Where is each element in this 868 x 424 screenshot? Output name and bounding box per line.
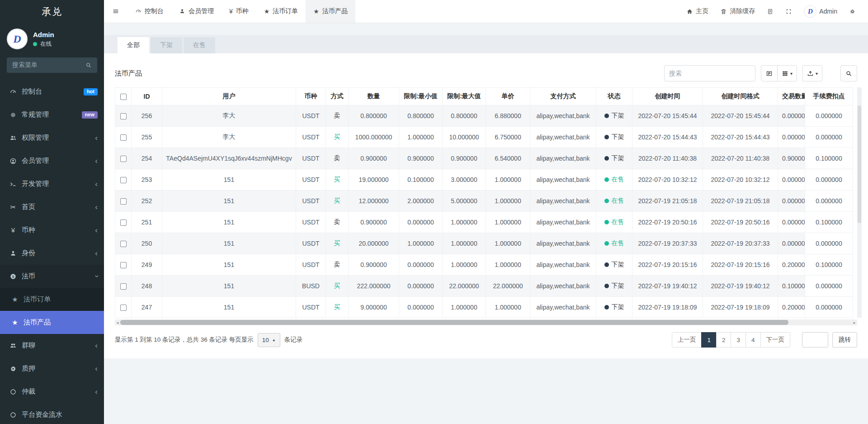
column-header[interactable]: 交易数量 bbox=[778, 88, 805, 105]
cell-user: 151 bbox=[162, 191, 296, 212]
jump-button[interactable]: 跳转 bbox=[832, 332, 857, 348]
user-menu[interactable]: D Admin bbox=[798, 0, 843, 23]
next-page-button[interactable]: 下一页 bbox=[760, 332, 791, 348]
table-row: 247151USDT买9.0000000.0000001.0000001.000… bbox=[115, 297, 853, 318]
status-badge: 在售 bbox=[612, 176, 624, 183]
settings-button[interactable] bbox=[843, 0, 862, 23]
column-header[interactable]: 限制:最大值 bbox=[443, 88, 486, 105]
page-size-select[interactable]: 10 ▲ bbox=[258, 333, 280, 347]
menu-toggle-icon[interactable] bbox=[104, 0, 127, 23]
sidebar-item-法币订单[interactable]: ★法币订单 bbox=[0, 288, 104, 311]
filter-tab-在售[interactable]: 在售 bbox=[184, 37, 215, 53]
pagination-info-prefix: 显示第 1 到第 10 条记录，总共 36 条记录 每页显示 bbox=[115, 336, 254, 344]
chevron-down-icon: ‹ bbox=[93, 275, 100, 278]
home-link[interactable]: 主页 bbox=[680, 0, 714, 23]
sidebar-item-会员管理[interactable]: 会员管理‹ bbox=[0, 149, 104, 172]
row-checkbox[interactable] bbox=[120, 177, 127, 183]
clear-cache-link[interactable]: 清除缓存 bbox=[714, 0, 761, 23]
doc-button[interactable] bbox=[761, 0, 779, 23]
row-checkbox[interactable] bbox=[120, 262, 127, 268]
sidebar-item-平台资金流水[interactable]: 平台资金流水 bbox=[0, 403, 104, 424]
nav-tab-会员管理[interactable]: 会员管理 bbox=[171, 0, 222, 23]
fiat-products-panel: 法币产品 ▾ ▾ bbox=[104, 53, 868, 358]
vertical-scrollbar-thumb[interactable] bbox=[858, 105, 861, 223]
nav-tab-法币产品[interactable]: ★法币产品 bbox=[306, 0, 355, 23]
column-header[interactable]: 创建时间 bbox=[632, 88, 703, 105]
export-button[interactable]: ▾ bbox=[802, 65, 822, 81]
row-checkbox[interactable] bbox=[120, 283, 127, 290]
chevron-left-icon: ‹ bbox=[95, 365, 98, 372]
status-dot-icon bbox=[604, 114, 609, 118]
search-button[interactable] bbox=[840, 65, 857, 81]
column-header[interactable]: 方式 bbox=[326, 88, 349, 105]
column-header[interactable]: ID bbox=[132, 88, 162, 105]
horizontal-scrollbar[interactable]: ◂ ▸ bbox=[115, 319, 857, 325]
cell-pay: alipay,wechat,bank bbox=[530, 169, 596, 191]
column-header[interactable]: 用户 bbox=[162, 88, 296, 105]
cell-traded: 0.900000 bbox=[778, 148, 805, 169]
row-checkbox[interactable] bbox=[120, 241, 127, 247]
column-header[interactable]: 数量 bbox=[349, 88, 399, 105]
column-header[interactable]: 单价 bbox=[486, 88, 530, 105]
sidebar-item-法币[interactable]: S法币‹ bbox=[0, 265, 104, 288]
sidebar-item-法币产品[interactable]: ★法币产品 bbox=[0, 311, 104, 334]
table-search-input[interactable] bbox=[664, 65, 755, 81]
top-navbar: 控制台会员管理¥币种★法币订单★法币产品 主页 清除缓存 D Admin bbox=[104, 0, 868, 23]
row-checkbox[interactable] bbox=[120, 156, 127, 162]
paging-toggle-button[interactable] bbox=[761, 65, 778, 81]
sidebar-item-仲裁[interactable]: 仲裁‹ bbox=[0, 380, 104, 403]
row-checkbox[interactable] bbox=[120, 198, 127, 205]
page-button-1[interactable]: 1 bbox=[701, 332, 717, 348]
sidebar-item-质押[interactable]: 质押‹ bbox=[0, 357, 104, 380]
sidebar-item-权限管理[interactable]: 权限管理‹ bbox=[0, 126, 104, 149]
nav-tab-币种[interactable]: ¥币种 bbox=[222, 0, 256, 23]
filter-tab-全部[interactable]: 全部 bbox=[118, 37, 149, 53]
row-checkbox[interactable] bbox=[120, 113, 127, 119]
sidebar-item-开发管理[interactable]: 开发管理‹ bbox=[0, 172, 104, 195]
sidebar-item-群聊[interactable]: 群聊‹ bbox=[0, 334, 104, 357]
svg-text:S: S bbox=[12, 274, 14, 278]
select-all-checkbox[interactable] bbox=[120, 94, 127, 100]
fullscreen-button[interactable] bbox=[779, 0, 798, 23]
avatar[interactable]: D bbox=[7, 29, 28, 49]
column-header[interactable]: 币种 bbox=[296, 88, 326, 105]
row-checkbox[interactable] bbox=[120, 134, 127, 141]
sidebar-item-label: 法币 bbox=[22, 272, 35, 281]
column-header[interactable]: 支付方式 bbox=[530, 88, 596, 105]
page-button-2[interactable]: 2 bbox=[716, 332, 731, 348]
nav-tab-法币订单[interactable]: ★法币订单 bbox=[256, 0, 306, 23]
prev-page-button[interactable]: 上一页 bbox=[672, 332, 702, 348]
row-checkbox[interactable] bbox=[120, 219, 127, 226]
column-header[interactable]: 限制:最小值 bbox=[399, 88, 443, 105]
scroll-left-arrow-icon[interactable]: ◂ bbox=[115, 319, 120, 325]
sidebar-item-首页[interactable]: ✂首页‹ bbox=[0, 195, 104, 219]
trade-side: 卖 bbox=[334, 154, 340, 162]
column-header[interactable]: 创建时间格式 bbox=[703, 88, 778, 105]
sidebar-item-控制台[interactable]: 控制台hot bbox=[0, 80, 104, 103]
sidebar-item-常规管理[interactable]: 常规管理new bbox=[0, 103, 104, 126]
navbar-avatar: D bbox=[804, 5, 816, 18]
nav-tab-控制台[interactable]: 控制台 bbox=[127, 0, 171, 23]
chevron-left-icon: ‹ bbox=[95, 342, 98, 349]
column-header[interactable]: 状态 bbox=[596, 88, 632, 105]
nav-tab-label: 会员管理 bbox=[189, 7, 214, 15]
sidebar-item-币种[interactable]: ¥币种‹ bbox=[0, 219, 104, 242]
sidebar-search-placeholder: 搜索菜单 bbox=[12, 61, 38, 69]
filter-tab-下架[interactable]: 下架 bbox=[151, 37, 182, 53]
scroll-right-arrow-icon[interactable]: ▸ bbox=[852, 319, 857, 325]
sidebar-search-input[interactable]: 搜索菜单 bbox=[7, 57, 97, 73]
page-button-4[interactable]: 4 bbox=[745, 332, 761, 348]
cell-amount: 19.000000 bbox=[349, 169, 399, 191]
cell-status: 下架 bbox=[596, 297, 632, 318]
sidebar-item-身份[interactable]: 身份‹ bbox=[0, 242, 104, 265]
page-button-3[interactable]: 3 bbox=[731, 332, 746, 348]
horizontal-scrollbar-thumb[interactable] bbox=[120, 320, 788, 325]
jump-page-input[interactable] bbox=[802, 332, 828, 348]
column-header[interactable]: 手续费扣点 bbox=[805, 88, 853, 105]
status-badge: 在售 bbox=[612, 239, 624, 247]
status-dot-icon bbox=[604, 135, 609, 139]
row-checkbox[interactable] bbox=[120, 305, 127, 311]
vertical-scrollbar[interactable] bbox=[857, 87, 862, 318]
cell-created_fmt: 2022-07-19 20:50:16 bbox=[703, 212, 778, 233]
columns-button[interactable]: ▾ bbox=[777, 65, 797, 81]
